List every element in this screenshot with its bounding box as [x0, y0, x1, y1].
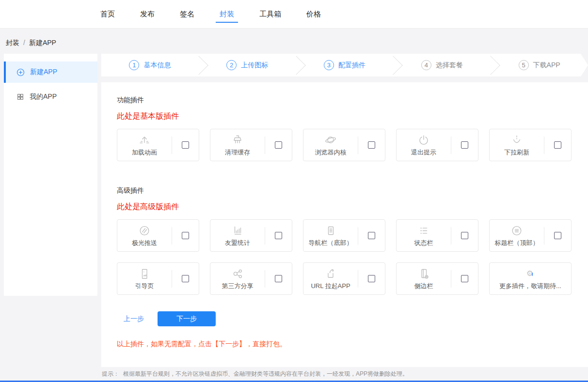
plugin-card-sidebar: 侧边栏	[396, 262, 478, 295]
plugin-label: 退出提示	[411, 148, 436, 157]
bottom-navbar-icon	[324, 224, 337, 238]
step-basic-info[interactable]: 1基本信息	[101, 54, 199, 76]
sidebar-item-my-app[interactable]: 我的APP	[4, 86, 97, 107]
plugin-sections: 功能插件此处是基本版插件加载动画清理缓存浏览器内核退出提示下拉刷新高级插件此处是…	[117, 96, 572, 295]
breadcrumb-separator: /	[23, 39, 25, 46]
steps-bar: 1基本信息2上传图标3配置插件4选择套餐5下载APP	[101, 54, 588, 76]
plugin-checkbox-sidebar[interactable]	[461, 275, 468, 282]
packaging-note: 以上插件，如果无需配置，点击【下一步】，直接打包。	[117, 340, 572, 349]
plugin-label: 标题栏（顶部）	[495, 239, 539, 247]
plugin-checkbox-bottom-navbar[interactable]	[368, 232, 375, 239]
plugin-label: 极光推送	[132, 239, 157, 247]
pull-refresh-icon	[510, 134, 524, 147]
step-label: 配置插件	[338, 61, 366, 70]
next-step-button[interactable]: 下一步	[158, 311, 216, 326]
footer-tip-label: 提示：	[102, 370, 119, 378]
third-party-share-icon	[231, 267, 244, 281]
plugin-checkbox-jpush[interactable]	[182, 232, 189, 239]
nav-item-home[interactable]: 首页	[99, 0, 116, 28]
plugin-card-title-bar: 标题栏（顶部）	[489, 219, 572, 252]
plugin-label: URL 拉起APP	[311, 282, 350, 290]
plus-circle-icon	[16, 68, 25, 76]
plugin-label: 导航栏（底部）	[309, 239, 353, 247]
plugin-checkbox-browser-kernel[interactable]	[368, 141, 375, 149]
plugin-label: 下拉刷新	[504, 148, 529, 157]
top-nav-list: 首页发布签名封装工具箱价格	[99, 0, 322, 28]
plugin-card-umeng-stats: 友盟统计	[210, 219, 292, 252]
sidebar-item-label: 新建APP	[30, 68, 57, 76]
step-label: 上传图标	[241, 61, 268, 70]
plugin-card-url-launch: URL 拉起APP	[303, 262, 385, 295]
plugin-card-third-party-share: 第三方分享	[210, 262, 292, 295]
sidebar-item-label: 我的APP	[30, 92, 57, 101]
footer-tip-text: 根据最新平台规则，不允许区块链虚拟币、金融理财类等违规内容在平台封装，一经发现，…	[123, 370, 408, 378]
plugin-label: 加载动画	[132, 148, 157, 157]
plugin-card-bottom-navbar: 导航栏（底部）	[303, 219, 385, 252]
browser-kernel-icon	[324, 134, 337, 147]
plugin-label: 引导页	[135, 282, 154, 290]
plugin-label: 侧边栏	[414, 282, 433, 290]
guide-page-icon	[138, 267, 151, 281]
plugin-card-more-plugins: ⚙更多插件，敬请期待...	[489, 262, 572, 295]
plugin-grid: 极光推送友盟统计导航栏（底部）状态栏标题栏（顶部）引导页第三方分享URL 拉起A…	[117, 219, 572, 295]
plugin-checkbox-pull-refresh[interactable]	[554, 141, 561, 149]
step-label: 基本信息	[143, 61, 171, 70]
plugin-checkbox-title-bar[interactable]	[554, 232, 561, 239]
plugin-label: 状态栏	[414, 239, 433, 247]
breadcrumb-item[interactable]: 封装	[6, 39, 19, 46]
wizard-actions: 上一步 下一步	[117, 311, 572, 326]
step-choose-plan: 4选择套餐	[393, 54, 491, 76]
plugin-checkbox-status-bar[interactable]	[461, 232, 468, 239]
plugin-label: 浏览器内核	[315, 148, 347, 157]
step-number: 4	[421, 60, 431, 70]
exit-prompt-icon	[417, 134, 430, 147]
nav-item-toolbox[interactable]: 工具箱	[258, 0, 282, 28]
plugin-card-pull-refresh: 下拉刷新	[489, 129, 572, 161]
step-number: 2	[226, 60, 237, 70]
step-number: 1	[129, 60, 139, 70]
jpush-icon	[138, 224, 151, 238]
plugin-checkbox-load-animation[interactable]	[182, 141, 189, 149]
top-nav: 首页发布签名封装工具箱价格	[0, 0, 588, 29]
sidebar-plugin-icon	[417, 267, 430, 281]
prev-step-button[interactable]: 上一步	[124, 315, 144, 323]
url-launch-icon	[324, 267, 337, 281]
section-title: 功能插件	[117, 96, 572, 105]
plugin-label: 第三方分享	[222, 282, 254, 290]
step-upload-icon[interactable]: 2上传图标	[199, 54, 296, 76]
plugin-checkbox-umeng-stats[interactable]	[275, 232, 282, 239]
plugin-section: 高级插件此处是高级版插件极光推送友盟统计导航栏（底部）状态栏标题栏（顶部）引导页…	[117, 186, 572, 295]
plugin-label: 友盟统计	[225, 239, 250, 247]
step-number: 5	[519, 60, 529, 70]
plugin-card-jpush: 极光推送	[117, 219, 199, 252]
plugin-label: 更多插件，敬请期待...	[499, 282, 561, 290]
clear-cache-icon	[231, 134, 244, 147]
plugin-grid: 加载动画清理缓存浏览器内核退出提示下拉刷新	[117, 129, 572, 161]
step-label: 选择套餐	[436, 61, 463, 70]
plugin-card-browser-kernel: 浏览器内核	[303, 129, 385, 161]
breadcrumb: 封装/新建APP	[0, 29, 588, 54]
section-title: 高级插件	[117, 186, 572, 195]
plugin-checkbox-guide-page[interactable]	[182, 275, 189, 282]
nav-item-package[interactable]: 封装	[219, 0, 235, 28]
plugin-card-guide-page: 引导页	[117, 262, 199, 295]
umeng-stats-icon	[231, 224, 244, 238]
nav-item-price[interactable]: 价格	[305, 0, 322, 28]
title-bar-icon	[510, 224, 524, 238]
content-panel: 功能插件此处是基本版插件加载动画清理缓存浏览器内核退出提示下拉刷新高级插件此处是…	[101, 82, 588, 367]
sidebar-item-new-app[interactable]: 新建APP	[4, 61, 97, 83]
plugin-checkbox-clear-cache[interactable]	[275, 141, 282, 149]
plugin-checkbox-third-party-share[interactable]	[275, 275, 282, 282]
nav-item-publish[interactable]: 发布	[139, 0, 156, 28]
status-bar-icon	[417, 224, 430, 238]
plugin-checkbox-exit-prompt[interactable]	[461, 141, 468, 149]
plugin-checkbox-url-launch[interactable]	[368, 275, 375, 282]
load-animation-icon	[138, 134, 151, 147]
more-plugins-icon: ⚙	[524, 267, 537, 281]
breadcrumb-item: 新建APP	[29, 39, 56, 46]
sidebar: 新建APP我的APP	[4, 54, 97, 296]
grid-icon	[16, 93, 24, 101]
nav-item-sign[interactable]: 签名	[179, 0, 195, 28]
step-number: 3	[324, 60, 334, 70]
plugin-card-clear-cache: 清理缓存	[210, 129, 292, 161]
